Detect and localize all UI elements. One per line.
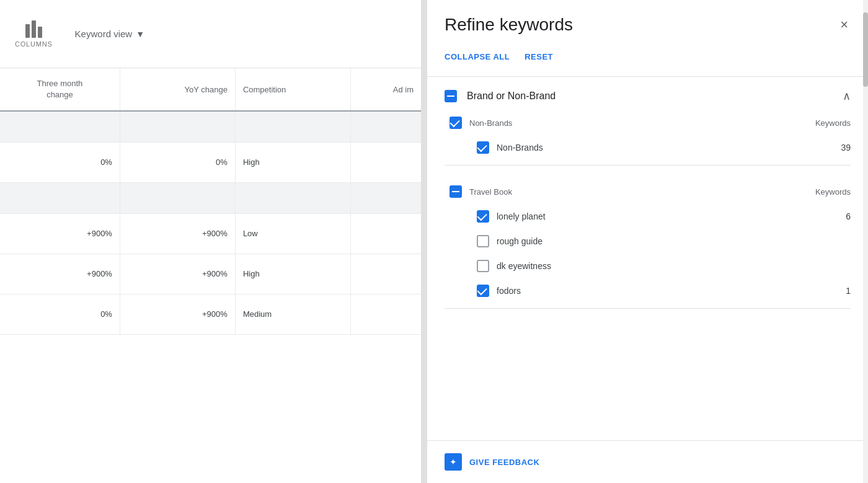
scroll-thumb[interactable] [863,12,868,87]
table-row [0,111,421,142]
cell [120,111,235,142]
cell-ad-im [350,213,421,254]
left-panel: COLUMNS Keyword view ▼ Three monthchange… [0,0,422,483]
cell [0,111,120,142]
cell-yoy: 0% [120,142,235,182]
cell-competition: Medium [235,294,350,334]
travel-book-group-checkbox[interactable] [450,185,462,198]
col-bar-2 [32,20,36,38]
cell [350,111,421,142]
data-table: Three monthchange YoY change Competition… [0,68,421,335]
give-feedback-button[interactable]: GIVE FEEDBACK [469,458,539,467]
col-bar-3 [38,27,42,38]
cell-yoy: +900% [120,294,235,334]
toolbar: COLUMNS Keyword view ▼ [0,0,421,68]
keyword-view-label: Keyword view [75,29,133,39]
right-panel: Refine keywords × COLLAPSE ALL RESET Bra… [427,0,868,483]
col-header-three-month: Three monthchange [0,68,120,111]
cell-three-month: 0% [0,142,120,182]
col-header-ad-im: Ad im [350,68,421,111]
cell-ad-im [350,294,421,334]
table-header-row: Three monthchange YoY change Competition… [0,68,421,111]
keyword-view-button[interactable]: Keyword view ▼ [70,24,149,44]
panel-title: Refine keywords [445,15,573,35]
table-row: 0% +900% Medium [0,294,421,334]
fodors-checkbox[interactable] [477,285,489,297]
cell [0,182,120,213]
columns-label: COLUMNS [15,40,53,48]
cell [120,182,235,213]
section-brand-title: Brand or Non-Brand [467,91,833,102]
non-brands-keywords-header: Keywords [815,118,851,128]
cell [235,111,350,142]
cell-ad-im [350,142,421,182]
cell-three-month: +900% [0,254,120,294]
cell-yoy: +900% [120,254,235,294]
col-header-competition: Competition [235,68,350,111]
cell [235,182,350,213]
cell-yoy: +900% [120,213,235,254]
travel-book-keywords-header: Keywords [815,187,851,197]
rough-guide-label: rough guide [497,236,843,246]
columns-icon [25,20,42,38]
table-row: +900% +900% High [0,254,421,294]
non-brands-item-label: Non-Brands [497,143,833,153]
cell-competition: Low [235,213,350,254]
table-row [0,182,421,213]
section-brand-nonbrand-header[interactable]: Brand or Non-Brand ∧ [445,87,851,110]
chevron-up-icon: ∧ [843,89,851,103]
cell-three-month: 0% [0,294,120,334]
reset-button[interactable]: RESET [525,47,553,66]
panel-header: Refine keywords × [427,0,868,45]
cell-ad-im [350,254,421,294]
dk-eyewitness-checkbox[interactable] [477,260,489,272]
chevron-down-icon: ▼ [136,29,144,39]
section-brand-nonbrand: Brand or Non-Brand ∧ Non-Brands Keywords… [445,77,851,166]
non-brands-group-row: Non-Brands Keywords [445,110,851,135]
cell-three-month: +900% [0,213,120,254]
fodors-label: fodors [497,286,838,296]
non-brands-group-checkbox[interactable] [450,117,462,129]
section-brand-checkbox[interactable] [445,90,457,102]
section-travel-book: Travel Book Keywords lonely planet 6 rou… [445,166,851,309]
feedback-icon: ✦ [445,453,462,471]
lonely-planet-label: lonely planet [497,211,838,221]
scrollbar[interactable] [863,0,868,483]
table-row: +900% +900% Low [0,213,421,254]
travel-book-group-row: Travel Book Keywords [445,175,851,204]
cell-competition: High [235,254,350,294]
feedback-icon-symbol: ✦ [450,457,457,467]
lonely-planet-row: lonely planet 6 [445,204,851,229]
fodors-count: 1 [846,286,851,296]
lonely-planet-checkbox[interactable] [477,210,489,223]
travel-book-group-label: Travel Book [469,187,808,197]
lonely-planet-count: 6 [846,211,851,221]
rough-guide-row: rough guide [445,229,851,254]
refine-content: Brand or Non-Brand ∧ Non-Brands Keywords… [427,77,868,440]
rough-guide-checkbox[interactable] [477,235,489,247]
table-row: 0% 0% High [0,142,421,182]
feedback-section: ✦ GIVE FEEDBACK [427,440,868,483]
non-brands-item-checkbox[interactable] [477,141,489,154]
data-table-container: Three monthchange YoY change Competition… [0,68,421,483]
non-brands-group-label: Non-Brands [469,118,808,128]
cell [350,182,421,213]
dk-eyewitness-label: dk eyewitness [497,261,843,271]
fodors-row: fodors 1 [445,278,851,303]
close-button[interactable]: × [838,16,851,34]
col-bar-1 [25,24,30,38]
non-brands-item-count: 39 [841,143,851,153]
cell-competition: High [235,142,350,182]
non-brands-item-row: Non-Brands 39 [445,135,851,160]
dk-eyewitness-row: dk eyewitness [445,254,851,278]
panel-actions: COLLAPSE ALL RESET [427,45,868,77]
collapse-all-button[interactable]: COLLAPSE ALL [445,47,510,66]
panel-divider [422,0,427,483]
col-header-yoy: YoY change [120,68,235,111]
columns-button[interactable]: COLUMNS [10,16,58,53]
